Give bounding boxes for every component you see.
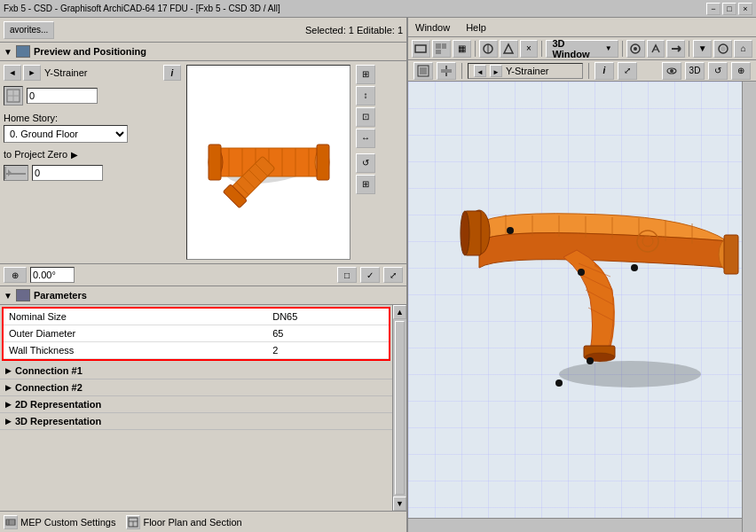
group-2d-rep[interactable]: ▶ 2D Representation	[0, 396, 392, 413]
secondary-toolbars: ◄ ► Y-Strainer i ⤢ 3D ↺ ⊕	[408, 60, 756, 82]
side-btn-5[interactable]: ↺	[356, 153, 375, 173]
scroll-down-arrow[interactable]: ▼	[393, 497, 406, 511]
nominal-size-label: Nominal Size	[4, 309, 267, 325]
secondary-btn-zoom[interactable]: ⊕	[731, 62, 751, 80]
viewport-scrollbar-h[interactable]	[408, 518, 742, 532]
tb-btn-3[interactable]: ▦	[453, 40, 471, 58]
floor-plan-icon	[126, 515, 140, 529]
params-arrow[interactable]: ▼	[4, 291, 12, 301]
elevation-value-input[interactable]	[32, 165, 103, 181]
side-btn-3[interactable]: ⊡	[356, 107, 375, 127]
title-bar: Fxb 5 - CSD - Graphisoft ArchiCAD-64 17 …	[0, 0, 756, 18]
left-toolbar: avorites... Selected: 1 Editable: 1	[0, 18, 406, 43]
close-button[interactable]: ×	[738, 3, 752, 15]
maximize-button[interactable]: □	[722, 3, 736, 15]
preview-section: ▼ Preview and Positioning ◄ ► Y-Strainer…	[0, 43, 406, 286]
preview-svg	[193, 74, 344, 251]
minimize-button[interactable]: −	[706, 3, 721, 15]
secondary-btn-rotate[interactable]: ↺	[708, 62, 728, 80]
side-btn-4[interactable]: ↔	[356, 129, 375, 148]
toolbar-3d-secondary: ◄ ► Y-Strainer i ⤢ 3D ↺ ⊕	[408, 60, 756, 82]
menu-help[interactable]: Help	[462, 20, 490, 35]
preview-icon	[16, 45, 30, 58]
secondary-btn-expand[interactable]: ⤢	[618, 62, 637, 80]
menu-window[interactable]: Window	[412, 20, 453, 35]
tb-btn-12[interactable]: ⌂	[734, 40, 752, 58]
info-button[interactable]: i	[163, 65, 181, 81]
highlighted-params-block: Nominal Size DN65 Outer Diameter 65 Wall…	[2, 307, 390, 361]
group-connection2[interactable]: ▶ Connection #2	[0, 379, 392, 396]
scroll-thumb[interactable]	[395, 321, 405, 495]
tb-btn-1[interactable]	[412, 40, 430, 58]
svg-point-51	[670, 69, 673, 73]
nav-prev-button[interactable]: ◄	[4, 65, 21, 81]
side-btn-6[interactable]: ⊞	[356, 175, 375, 194]
group-label-4: 3D Representation	[15, 416, 101, 426]
group-arrow-1: ▶	[5, 366, 12, 375]
checkmark-btn[interactable]: ✓	[360, 267, 380, 283]
preview-arrow[interactable]: ▼	[4, 47, 12, 57]
group-label-2: Connection #2	[15, 382, 83, 393]
tb-btn-5[interactable]	[500, 40, 518, 58]
group-label-1: Connection #1	[15, 365, 83, 376]
secondary-btn-1[interactable]	[413, 62, 433, 80]
tb-btn-11[interactable]	[713, 40, 732, 58]
svg-point-75	[578, 269, 585, 276]
tb-btn-7[interactable]	[626, 40, 645, 58]
bottom-toolbar: MEP Custom Settings Floor Plan and Secti…	[0, 511, 406, 532]
parameters-section: ▼ Parameters Nominal Size DN65	[0, 286, 406, 532]
secondary-btn-info[interactable]: i	[595, 62, 614, 80]
3d-model-svg	[426, 126, 745, 392]
home-story-dropdown[interactable]: 0. Ground Floor	[4, 125, 128, 143]
group-connection1[interactable]: ▶ Connection #1	[0, 363, 392, 379]
param-row-outer-diameter: Outer Diameter 65	[4, 325, 389, 342]
x-axis-icon	[4, 86, 23, 106]
mep-icon	[4, 515, 18, 529]
svg-rect-33	[436, 43, 441, 49]
tb-btn-4[interactable]	[479, 40, 498, 58]
params-icon	[16, 289, 30, 301]
floor-plan-item[interactable]: Floor Plan and Section	[126, 515, 241, 529]
tb-btn-8[interactable]	[647, 40, 665, 58]
tb-btn-9[interactable]	[666, 40, 685, 58]
x-value-input[interactable]	[27, 88, 98, 104]
nav-next-button[interactable]: ►	[23, 65, 41, 81]
project-zero-arrow: ▶	[71, 150, 78, 160]
group-3d-rep[interactable]: ▶ 3D Representation	[0, 413, 392, 430]
side-btn-2[interactable]: ↕	[356, 86, 375, 106]
viewport-3d[interactable]	[408, 82, 756, 532]
preview-bottom: ⊕ □ ✓ ⤢	[0, 263, 406, 286]
mirror-btn[interactable]: □	[337, 267, 357, 283]
params-list: Nominal Size DN65 Outer Diameter 65 Wall…	[0, 305, 392, 511]
outer-diameter-label: Outer Diameter	[4, 325, 267, 342]
secondary-btn-eye[interactable]	[662, 62, 681, 80]
tb-btn-10[interactable]: ▼	[693, 40, 712, 58]
expand-btn[interactable]: ⤢	[383, 267, 403, 283]
comp-prev-btn[interactable]: ◄	[474, 65, 486, 77]
tb-btn-6[interactable]: ×	[520, 40, 539, 58]
separator-4	[689, 41, 689, 57]
scroll-up-arrow[interactable]: ▲	[393, 305, 406, 319]
comp-next-btn[interactable]: ►	[490, 65, 502, 77]
outer-diameter-value: 65	[267, 325, 389, 342]
svg-rect-10	[209, 145, 221, 180]
favorites-button[interactable]: avorites...	[4, 21, 54, 39]
params-with-scroll: Nominal Size DN65 Outer Diameter 65 Wall…	[0, 305, 406, 511]
mep-settings-item[interactable]: MEP Custom Settings	[4, 515, 115, 529]
title-bar-text: Fxb 5 - CSD - Graphisoft ArchiCAD-64 17 …	[4, 4, 280, 13]
3d-component-name: Y-Strainer	[506, 66, 549, 76]
svg-point-52	[559, 361, 701, 387]
tb-btn-2[interactable]	[432, 40, 451, 58]
group-arrow-2: ▶	[5, 383, 12, 392]
viewport-scrollbar-v[interactable]	[742, 82, 756, 532]
side-btn-1[interactable]: ⊞	[356, 65, 375, 84]
3d-window-dropdown[interactable]: 3D Window ▼	[546, 40, 618, 58]
rotate-icon-btn[interactable]: ⊕	[4, 267, 27, 283]
secondary-btn-3d[interactable]: 3D	[685, 62, 705, 80]
secondary-btn-2[interactable]	[437, 62, 456, 80]
right-panel: Window Help ▦ ×	[408, 18, 756, 532]
title-bar-controls: − □ ×	[706, 3, 752, 15]
project-zero-row: to Project Zero ▶	[4, 149, 181, 160]
svg-marker-4	[8, 169, 12, 176]
rotation-input[interactable]	[30, 267, 75, 283]
